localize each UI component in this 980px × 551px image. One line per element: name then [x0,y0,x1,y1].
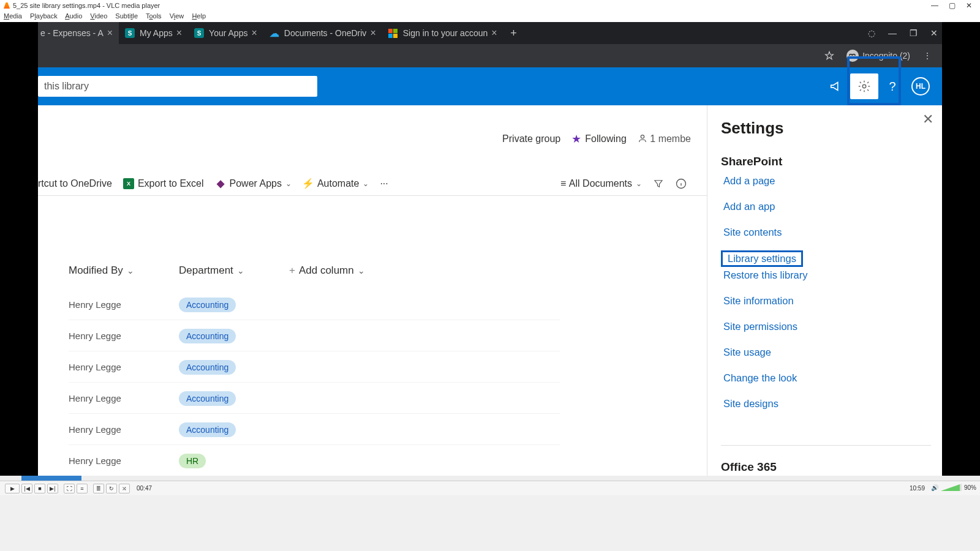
fullscreen-button[interactable]: ⛶ [64,484,75,493]
minimize-button[interactable]: — [926,1,943,10]
table-body: Henry LeggeAccountingHenry LeggeAccounti… [69,289,560,476]
cell-department: Accounting [179,362,289,372]
ext-settings-button[interactable]: ≡ [77,484,88,493]
user-avatar[interactable]: HL [907,72,935,100]
link-restore-this-library[interactable]: Restore this library [721,268,931,283]
dept-pill[interactable]: HR [179,454,206,468]
time-current: 00:47 [137,485,152,492]
filter-icon[interactable] [653,178,664,189]
table-row[interactable]: Henry LeggeAccounting [69,414,560,445]
cmd-more[interactable]: ··· [380,178,388,189]
help-icon[interactable]: ? [878,72,907,100]
close-icon[interactable]: × [107,28,113,39]
search-input[interactable]: this library [38,76,317,97]
menubar: Media Playback Audio Video Subtitle Tool… [0,11,980,22]
info-icon[interactable] [675,178,687,190]
next-button[interactable]: ▶| [47,484,58,493]
tab-your-apps[interactable]: S Your Apps × [188,22,263,44]
new-tab-button[interactable]: + [503,22,524,44]
incognito-indicator[interactable]: Incognito (2) [842,48,915,63]
automate-icon: ⚡ [303,178,314,189]
dept-pill[interactable]: Accounting [179,360,236,375]
close-icon[interactable]: × [176,28,182,39]
table-header: Modified By⌄ Department⌄ +Add column⌄ [69,264,560,277]
chevron-down-icon: ⌄ [285,179,292,188]
window-title: 5_25 site library settings.mp4 - VLC med… [13,2,160,9]
tab-sign-in[interactable]: Sign in to your accoun × [382,22,503,44]
link-change-the-look[interactable]: Change the look [721,370,931,386]
mute-icon[interactable]: 🔊 [931,484,938,491]
tab-my-apps[interactable]: S My Apps × [119,22,188,44]
playlist-button[interactable]: ≣ [93,484,104,493]
link-site-designs[interactable]: Site designs [721,396,931,411]
close-icon[interactable]: × [251,28,257,39]
col-department[interactable]: Department⌄ [179,264,289,277]
cmd-shortcut-onedrive[interactable]: rtcut to OneDrive [38,178,112,189]
chevron-down-icon: ⌄ [363,179,369,188]
panel-close-button[interactable]: ✕ [922,111,933,127]
cell-modified-by: Henry Legge [69,393,179,403]
settings-gear-button[interactable] [850,72,878,100]
add-column-button[interactable]: +Add column⌄ [289,264,365,277]
dept-pill[interactable]: Accounting [179,391,236,406]
menu-view[interactable]: View [170,12,184,20]
menu-help[interactable]: Help [192,12,206,20]
sharepoint-icon: S [194,28,204,38]
cmd-automate[interactable]: ⚡Automate⌄ [303,178,369,189]
following-label[interactable]: Following [585,133,627,144]
col-modified-by[interactable]: Modified By⌄ [69,264,179,277]
close-icon[interactable]: × [491,28,497,39]
settings-panel: ✕ Settings SharePoint Add a pageAdd an a… [707,105,942,476]
table-row[interactable]: Henry LeggeAccounting [69,383,560,414]
shuffle-button[interactable]: ⤮ [119,484,130,493]
members-label[interactable]: 1 membe [638,133,691,144]
view-selector[interactable]: ≡ All Documents⌄ [560,178,642,189]
link-site-permissions[interactable]: Site permissions [721,319,931,334]
tab-expenses[interactable]: e - Expenses - A × [38,22,119,44]
link-site-information[interactable]: Site information [721,293,931,309]
cmd-export-excel[interactable]: XExport to Excel [123,178,204,189]
link-site-contents[interactable]: Site contents [721,225,931,240]
cell-department: Accounting [179,331,289,341]
browser-toolbar: Incognito (2) ⋮ [38,44,942,67]
menu-tools[interactable]: Tools [146,12,162,20]
dept-pill[interactable]: Accounting [179,422,236,437]
table-row[interactable]: Henry LeggeAccounting [69,320,560,351]
tab-documents-onedrive[interactable]: ☁ Documents - OneDriv × [263,22,382,44]
volume-slider[interactable] [941,484,962,491]
table-row[interactable]: Henry LeggeAccounting [69,289,560,320]
play-button[interactable]: ▶ [5,484,20,493]
cmd-power-apps[interactable]: ◆Power Apps⌄ [215,178,292,189]
svg-point-0 [862,84,866,88]
close-button[interactable]: ✕ [960,1,978,10]
menu-video[interactable]: Video [90,12,107,20]
megaphone-icon[interactable] [822,72,850,100]
menu-subtitle[interactable]: Subtitle [115,12,138,20]
loop-button[interactable]: ↻ [106,484,117,493]
menu-audio[interactable]: Audio [65,12,82,20]
browser-close[interactable]: ✕ [924,24,944,42]
dept-pill[interactable]: Accounting [179,329,236,343]
browser-minimize[interactable]: — [882,24,903,42]
table-row[interactable]: Henry LeggeAccounting [69,351,560,383]
link-add-an-app[interactable]: Add an app [721,199,931,214]
maximize-button[interactable]: ▢ [943,1,960,10]
stop-button[interactable]: ■ [34,484,45,493]
chevron-down-icon: ⌄ [358,266,365,276]
dept-pill[interactable]: Accounting [179,298,236,312]
cell-department: Accounting [179,424,289,435]
browser-menu-icon[interactable]: ⋮ [919,47,936,64]
seek-bar[interactable] [0,476,980,481]
link-add-a-page[interactable]: Add a page [721,173,931,189]
menu-media[interactable]: Media [4,12,22,20]
link-site-usage[interactable]: Site usage [721,345,931,360]
link-library-settings[interactable]: Library settings [721,250,803,267]
browser-maximize[interactable]: ❐ [903,24,924,42]
video-area: e - Expenses - A × S My Apps × S Your Ap… [0,22,980,476]
prev-button[interactable]: |◀ [21,484,32,493]
bookmark-icon[interactable] [821,47,838,64]
close-icon[interactable]: × [370,28,375,39]
cast-icon[interactable]: ◌ [861,24,882,42]
menu-playback[interactable]: Playback [30,12,58,20]
table-row[interactable]: Henry LeggeHR [69,445,560,476]
